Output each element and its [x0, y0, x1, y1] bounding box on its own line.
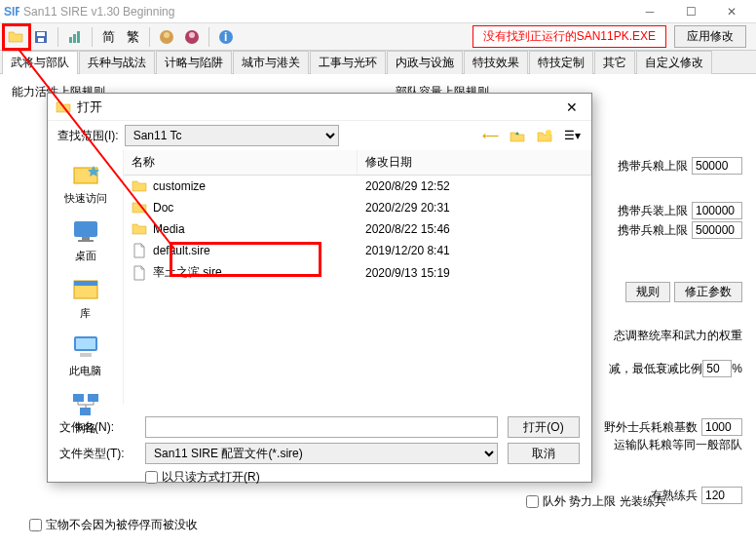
place-label: 快速访问 [64, 191, 107, 206]
tab-3[interactable]: 城市与港关 [233, 51, 309, 74]
back-icon[interactable]: ⟵ [480, 126, 500, 145]
dialog-icon [56, 99, 71, 115]
treasure-checkbox[interactable] [29, 519, 42, 531]
traditional-button[interactable]: 繁 [122, 25, 144, 49]
window-title: San11 SIRE v1.30 Beginning [23, 5, 629, 19]
pct-label: % [732, 362, 742, 375]
svg-text:i: i [224, 30, 227, 44]
lookin-label: 查找范围(I): [57, 128, 119, 144]
file-date: 2020/2/29 20:31 [365, 201, 450, 215]
svg-rect-16 [74, 221, 97, 237]
svg-point-8 [164, 32, 170, 38]
open-file-button[interactable] [4, 26, 27, 48]
file-row[interactable]: 率土之滨.sire2020/9/13 15:19 [124, 261, 591, 284]
file-icon [132, 243, 147, 258]
file-row[interactable]: Media2020/8/22 15:46 [124, 218, 591, 240]
open-button[interactable]: 打开(O) [508, 416, 580, 438]
col-name[interactable]: 名称 [124, 150, 358, 175]
place-library[interactable]: 库 [48, 269, 123, 325]
tab-5[interactable]: 内政与设施 [387, 51, 463, 74]
filetype-select[interactable]: San11 SIRE 配置文件(*.sire) [145, 443, 498, 464]
folder-icon [132, 178, 147, 194]
rule-button[interactable]: 规则 [625, 282, 670, 302]
apply-button[interactable]: 应用修改 [674, 25, 746, 48]
svg-rect-4 [69, 37, 72, 43]
pc-icon [70, 331, 101, 362]
file-date: 2020/9/13 15:19 [365, 266, 450, 280]
place-label: 此电脑 [69, 364, 101, 378]
svg-rect-17 [82, 237, 90, 240]
decay-input[interactable] [702, 360, 732, 377]
new-folder-icon[interactable] [535, 126, 554, 145]
place-desktop[interactable]: 桌面 [48, 212, 123, 267]
filetype-label: 文件类型(T): [59, 446, 135, 462]
avatar2-button[interactable] [180, 26, 204, 48]
maximize-button[interactable]: ☐ [670, 1, 711, 22]
outland-input[interactable] [701, 418, 742, 436]
app-icon: SIRE [4, 4, 19, 20]
weight-text: 态调整统率和武力的权重 [614, 328, 742, 344]
tab-6[interactable]: 特技效果 [464, 51, 528, 74]
tab-4[interactable]: 工事与光环 [310, 51, 386, 74]
view-menu-icon[interactable]: ☰▾ [562, 126, 582, 145]
carry-food2-label: 携带兵粮上限 [618, 222, 688, 239]
tab-8[interactable]: 其它 [594, 51, 635, 74]
simplified-button[interactable]: 简 [97, 25, 120, 49]
tab-0[interactable]: 武将与部队 [2, 51, 78, 74]
save-button[interactable] [29, 26, 53, 48]
outland-limit-checkbox[interactable] [526, 495, 539, 508]
tab-9[interactable]: 自定义修改 [636, 51, 712, 74]
file-date: 2019/12/20 8:41 [365, 244, 450, 257]
fix-params-button[interactable]: 修正参数 [674, 282, 742, 302]
svg-rect-20 [74, 281, 97, 286]
minimize-button[interactable]: ─ [629, 1, 670, 22]
file-row[interactable]: customize2020/8/29 12:52 [124, 176, 591, 197]
carry-food-input[interactable] [692, 157, 742, 175]
col-date[interactable]: 修改日期 [358, 150, 591, 175]
place-star[interactable]: 快速访问 [48, 154, 123, 210]
info-button[interactable]: i [214, 26, 238, 48]
transport-text: 运输队耗粮等同一般部队 [614, 437, 742, 453]
up-icon[interactable] [508, 126, 527, 145]
chart-button[interactable] [63, 26, 87, 48]
avatar1-button[interactable] [155, 26, 178, 48]
filename-label: 文件名(N): [59, 419, 135, 436]
svg-rect-25 [88, 394, 98, 402]
tab-2[interactable]: 计略与陷阱 [156, 51, 232, 74]
carry-food2-input[interactable] [692, 221, 742, 239]
place-pc[interactable]: 此电脑 [48, 327, 123, 382]
treasure-text: 宝物不会因为被停俘而被没收 [46, 517, 198, 533]
carry-food-label: 携带兵粮上限 [618, 158, 688, 175]
file-row[interactable]: Doc2020/2/29 20:31 [124, 197, 591, 218]
dialog-close-button[interactable]: ✕ [560, 96, 584, 119]
outland-label: 野外士兵耗粮基数 [604, 419, 698, 436]
file-name: Media [153, 222, 365, 236]
tab-7[interactable]: 特技定制 [529, 51, 593, 74]
file-row[interactable]: default.sire2019/12/20 8:41 [124, 240, 591, 261]
svg-rect-5 [73, 34, 76, 43]
svg-point-13 [546, 130, 551, 136]
file-list-header: 名称 修改日期 [124, 150, 591, 176]
places-bar: 快速访问桌面库此电脑网络 [48, 150, 124, 404]
tab-1[interactable]: 兵种与战法 [79, 51, 155, 74]
lookin-select[interactable]: San11 Tc [125, 125, 339, 146]
decay-text: 减，最低衰减比例 [609, 361, 702, 377]
readonly-checkbox[interactable] [145, 471, 158, 484]
close-button[interactable]: ✕ [711, 1, 752, 22]
cancel-button[interactable]: 取消 [508, 443, 580, 464]
svg-rect-23 [80, 353, 92, 357]
file-list[interactable]: 名称 修改日期 customize2020/8/29 12:52Doc2020/… [124, 150, 591, 404]
dialog-titlebar: 打开 ✕ [48, 94, 591, 121]
carry-armor-input[interactable] [692, 202, 742, 219]
dialog-title: 打开 [77, 98, 560, 116]
file-date: 2020/8/22 15:46 [365, 222, 450, 236]
place-label: 库 [80, 306, 91, 321]
svg-point-10 [189, 32, 195, 38]
carry-armor-label: 携带兵装上限 [618, 203, 688, 219]
readonly-label: 以只读方式打开(R) [162, 469, 260, 486]
file-open-dialog: 打开 ✕ 查找范围(I): San11 Tc ⟵ ☰▾ 快速访问桌面库此电脑网络… [47, 93, 592, 483]
filename-input[interactable] [145, 416, 498, 438]
tab-bar: 武将与部队兵种与战法计略与陷阱城市与港关工事与光环内政与设施特技效果特技定制其它… [0, 51, 756, 74]
svg-rect-22 [76, 338, 95, 349]
trained-input[interactable] [701, 487, 742, 504]
